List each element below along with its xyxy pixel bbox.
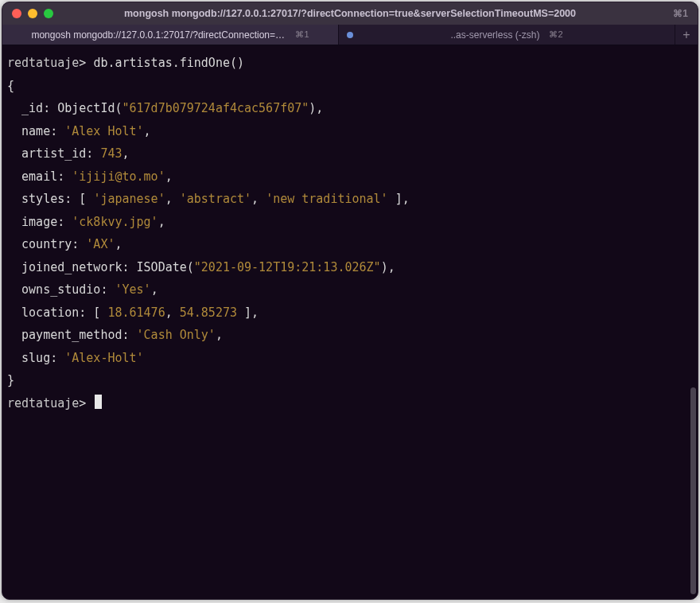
fn-isodate: ISODate bbox=[137, 260, 187, 274]
activity-indicator-icon bbox=[347, 32, 353, 38]
prompt-suffix-2: > bbox=[79, 396, 86, 410]
val-style-0: 'japanese' bbox=[93, 192, 165, 206]
val-style-2: 'new traditional' bbox=[266, 192, 388, 206]
brace-close: } bbox=[7, 373, 14, 387]
new-tab-button[interactable]: + bbox=[675, 25, 698, 45]
val-loc-1: 54.85273 bbox=[180, 305, 237, 320]
val-name: 'Alex Holt' bbox=[64, 124, 143, 138]
tab-bar: mongosh mongodb://127.0.0.1:27017/?direc… bbox=[2, 25, 698, 45]
prompt-db-2: redtatuaje bbox=[7, 396, 79, 410]
fn-objectid: ObjectId bbox=[57, 101, 115, 115]
key-styles: styles bbox=[21, 192, 64, 206]
cursor-icon bbox=[95, 395, 102, 409]
val-owns-studio: 'Yes' bbox=[115, 282, 150, 297]
command-text: db.artistas.findOne() bbox=[93, 56, 244, 70]
key-country: country bbox=[21, 237, 72, 251]
tab-shortcut: ⌘2 bbox=[549, 29, 562, 40]
key-owns-studio: owns_studio bbox=[21, 282, 100, 297]
val-country: 'AX' bbox=[86, 237, 115, 251]
key-location: location bbox=[21, 305, 79, 320]
val-payment: 'Cash Only' bbox=[137, 328, 216, 342]
terminal-output[interactable]: redtatuaje> db.artistas.findOne() { _id:… bbox=[2, 45, 698, 599]
key-slug: slug bbox=[21, 351, 50, 365]
zoom-icon[interactable] bbox=[44, 9, 53, 18]
brace-open: { bbox=[7, 79, 14, 93]
prompt-suffix: > bbox=[79, 56, 86, 70]
val-id: "617d7b079724af4cac567f07" bbox=[122, 101, 309, 115]
tab-label: ..as-serverless (-zsh) bbox=[450, 29, 539, 41]
close-icon[interactable] bbox=[12, 9, 21, 18]
val-artist-id: 743 bbox=[100, 146, 122, 161]
key-email: email bbox=[21, 169, 57, 184]
tab-mongosh[interactable]: mongosh mongodb://127.0.0.1:27017/?direc… bbox=[2, 25, 339, 45]
titlebar: mongosh mongodb://127.0.0.1:27017/?direc… bbox=[2, 2, 698, 25]
val-slug: 'Alex-Holt' bbox=[64, 351, 143, 365]
val-loc-0: 18.61476 bbox=[107, 305, 165, 320]
key-id: _id bbox=[21, 101, 43, 115]
key-name: name bbox=[21, 124, 50, 138]
window-title: mongosh mongodb://127.0.0.1:27017/?direc… bbox=[10, 8, 690, 19]
key-image: image bbox=[21, 215, 57, 229]
traffic-lights bbox=[12, 9, 53, 18]
key-artist-id: artist_id bbox=[21, 146, 86, 161]
terminal-window: mongosh mongodb://127.0.0.1:27017/?direc… bbox=[2, 2, 698, 600]
val-email: 'ijiji@to.mo' bbox=[72, 169, 165, 184]
tab-label: mongosh mongodb://127.0.0.1:27017/?direc… bbox=[31, 29, 286, 41]
scrollbar[interactable] bbox=[690, 387, 696, 594]
tab-zsh[interactable]: ..as-serverless (-zsh) ⌘2 bbox=[339, 25, 675, 45]
window-shortcut: ⌘1 bbox=[673, 8, 688, 19]
val-image: 'ck8kvy.jpg' bbox=[72, 215, 158, 229]
plus-icon: + bbox=[682, 28, 690, 42]
tab-shortcut: ⌘1 bbox=[295, 29, 309, 40]
minimize-icon[interactable] bbox=[28, 9, 37, 18]
prompt-db: redtatuaje bbox=[7, 56, 79, 70]
val-style-1: 'abstract' bbox=[180, 192, 251, 206]
val-joined: "2021-09-12T19:21:13.026Z" bbox=[194, 260, 381, 274]
key-payment: payment_method bbox=[21, 328, 122, 342]
key-joined: joined_network bbox=[21, 260, 122, 274]
